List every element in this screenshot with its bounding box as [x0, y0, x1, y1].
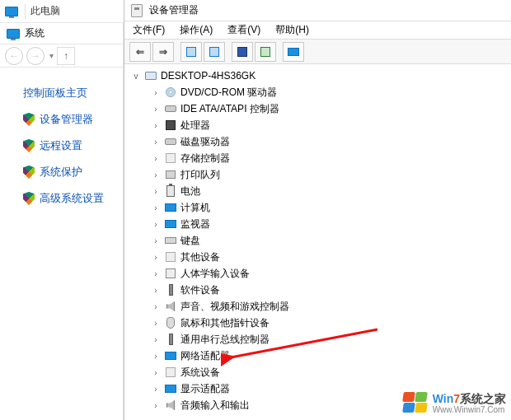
- computer-icon: [145, 72, 157, 80]
- link-label: 设备管理器: [40, 112, 93, 127]
- tree-item[interactable]: ›声音、视频和游戏控制器: [128, 298, 511, 315]
- expand-toggle-icon[interactable]: ›: [151, 105, 161, 114]
- expand-toggle-icon[interactable]: ›: [151, 203, 161, 212]
- tree-item[interactable]: ›软件设备: [128, 282, 511, 298]
- this-pc-icon: [5, 7, 18, 16]
- toolbar-view-button[interactable]: [283, 42, 304, 62]
- tree-item-label: 其他设备: [180, 250, 220, 264]
- control-panel-home-link[interactable]: 控制面板主页: [23, 86, 123, 100]
- forward-button[interactable]: →: [26, 47, 45, 65]
- left-links: 控制面板主页 设备管理器 远程设置 系统保护 高级系统设置: [0, 68, 123, 206]
- menu-file[interactable]: 文件(F): [133, 23, 165, 37]
- tree-item[interactable]: ›鼠标和其他指针设备: [128, 315, 511, 331]
- expand-toggle-icon[interactable]: ›: [151, 236, 161, 245]
- tree-item-label: 键盘: [180, 234, 200, 248]
- expand-toggle-icon[interactable]: ›: [151, 220, 161, 229]
- link-system-protection[interactable]: 系统保护: [23, 165, 123, 180]
- pr-icon: [166, 170, 176, 179]
- hid-icon: [166, 268, 176, 278]
- separator: [25, 4, 26, 19]
- breadcrumb-this-pc[interactable]: 此电脑: [30, 4, 60, 18]
- device-tree[interactable]: v DESKTOP-4HS36GK ›DVD/CD-ROM 驱动器›IDE AT…: [124, 64, 511, 420]
- menu-action[interactable]: 操作(A): [180, 23, 213, 37]
- toolbar-back-button[interactable]: ⇐: [129, 42, 151, 62]
- tree-item[interactable]: ›电池: [128, 183, 511, 199]
- tree-root[interactable]: v DESKTOP-4HS36GK: [128, 68, 511, 84]
- device-manager-window: 设备管理器 文件(F) 操作(A) 查看(V) 帮助(H) ⇐ ⇒ v DESK…: [124, 0, 511, 420]
- device-manager-icon: [131, 4, 143, 17]
- tree-item-label: 系统设备: [180, 366, 220, 380]
- expand-toggle-icon[interactable]: ›: [151, 170, 161, 180]
- link-advanced-settings[interactable]: 高级系统设置: [23, 191, 123, 206]
- system-label: 系统: [25, 26, 45, 40]
- tree-item[interactable]: ›系统设备: [128, 364, 511, 380]
- tree-item[interactable]: ›处理器: [128, 117, 511, 133]
- system-left-panel: 系统 ← → ▾ ↑ 控制面板主页 设备管理器 远程设置 系统保护 高级系统设置: [0, 23, 124, 420]
- tree-item[interactable]: ›打印队列: [128, 166, 511, 183]
- menu-help[interactable]: 帮助(H): [275, 23, 309, 37]
- tree-item[interactable]: ›网络适配器: [128, 348, 511, 364]
- tree-item[interactable]: ›DVD/CD-ROM 驱动器: [128, 84, 511, 100]
- tree-item-label: 打印队列: [180, 168, 220, 182]
- expand-toggle-icon[interactable]: ›: [151, 385, 161, 394]
- monitor-icon: [7, 29, 20, 39]
- expand-toggle-icon[interactable]: ›: [151, 302, 161, 311]
- tree-item-label: 处理器: [180, 119, 210, 133]
- link-label: 远程设置: [40, 138, 82, 153]
- windows-flag-icon: [403, 392, 428, 415]
- tree-item-label: 通用串行总线控制器: [180, 333, 270, 347]
- disk-icon: [165, 105, 176, 112]
- history-chevron-icon[interactable]: ▾: [49, 51, 54, 60]
- tree-item[interactable]: ›监视器: [128, 216, 511, 232]
- dvd-icon: [166, 87, 176, 97]
- tree-item[interactable]: ›磁盘驱动器: [128, 133, 511, 150]
- tree-item[interactable]: ›存储控制器: [128, 150, 511, 166]
- mon-icon: [165, 203, 176, 212]
- up-button[interactable]: ↑: [57, 47, 75, 65]
- watermark-url: Www.Winwin7.Com: [433, 405, 506, 414]
- tree-item[interactable]: ›人体学输入设备: [128, 265, 511, 282]
- menu-view[interactable]: 查看(V): [227, 23, 260, 37]
- expand-toggle-icon[interactable]: ›: [151, 121, 161, 130]
- expand-toggle-icon[interactable]: ›: [151, 138, 161, 147]
- expand-toggle-icon[interactable]: ›: [151, 88, 161, 97]
- expand-toggle-icon[interactable]: ›: [151, 368, 161, 377]
- expand-toggle-icon[interactable]: ›: [151, 286, 161, 295]
- tree-item[interactable]: ›IDE ATA/ATAPI 控制器: [128, 100, 511, 117]
- tree-item[interactable]: ›键盘: [128, 232, 511, 249]
- back-button[interactable]: ←: [5, 47, 23, 65]
- expand-toggle-icon[interactable]: ›: [151, 319, 161, 328]
- mon-icon: [165, 385, 176, 393]
- expand-toggle-icon[interactable]: ›: [151, 401, 161, 410]
- watermark: Win7系统之家 Www.Winwin7.Com: [403, 392, 506, 415]
- toolbar: ⇐ ⇒: [124, 40, 511, 64]
- tree-item-label: 声音、视频和游戏控制器: [180, 300, 289, 314]
- expand-toggle-icon[interactable]: ›: [151, 187, 161, 196]
- device-manager-titlebar: 设备管理器: [124, 0, 511, 21]
- tree-item-label: 存储控制器: [180, 152, 230, 166]
- expand-toggle-icon[interactable]: ›: [151, 154, 161, 163]
- collapse-toggle-icon[interactable]: v: [131, 72, 141, 81]
- gen-icon: [166, 252, 176, 262]
- tree-item[interactable]: ›计算机: [128, 199, 511, 216]
- toolbar-properties-button[interactable]: [204, 42, 225, 62]
- toolbar-scan-button[interactable]: [255, 42, 276, 62]
- chip-icon: [166, 120, 176, 130]
- tree-item[interactable]: ›其他设备: [128, 249, 511, 265]
- tree-item[interactable]: ›通用串行总线控制器: [128, 331, 511, 348]
- toolbar-show-hidden-button[interactable]: [180, 42, 202, 62]
- mon-icon: [165, 352, 176, 360]
- expand-toggle-icon[interactable]: ›: [151, 335, 161, 344]
- link-device-manager[interactable]: 设备管理器: [23, 112, 123, 127]
- toolbar-forward-button[interactable]: ⇒: [152, 42, 174, 62]
- mon-icon: [165, 220, 176, 228]
- expand-toggle-icon[interactable]: ›: [151, 269, 161, 278]
- tree-item-label: 鼠标和其他指针设备: [180, 316, 270, 330]
- gen-icon: [166, 367, 176, 377]
- shield-icon: [23, 192, 35, 205]
- tree-item-label: DVD/CD-ROM 驱动器: [180, 86, 277, 100]
- expand-toggle-icon[interactable]: ›: [151, 352, 161, 361]
- link-remote-settings[interactable]: 远程设置: [23, 138, 123, 153]
- expand-toggle-icon[interactable]: ›: [151, 253, 161, 262]
- toolbar-help-button[interactable]: [232, 42, 253, 62]
